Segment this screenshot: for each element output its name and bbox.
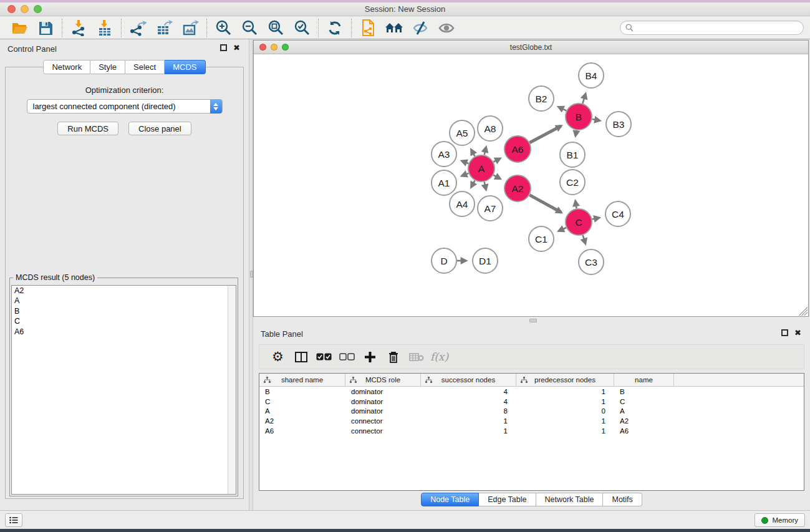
- table-tab-motifs[interactable]: Motifs: [603, 493, 642, 506]
- node-table[interactable]: shared nameMCDS rolesuccessor nodesprede…: [259, 373, 804, 491]
- splitter-handle[interactable]: [529, 319, 537, 322]
- graph-edge-B-B2[interactable]: [559, 107, 566, 110]
- mcds-result-item[interactable]: A: [12, 296, 236, 306]
- graph-node-C3[interactable]: C3: [579, 249, 604, 274]
- graph-edge-B-B4[interactable]: [582, 94, 586, 104]
- graph-edge-A-A8[interactable]: [485, 147, 486, 155]
- column-header-shared-name[interactable]: shared name: [259, 374, 345, 386]
- graph-node-A2[interactable]: A2: [504, 175, 531, 201]
- graph-node-A6[interactable]: A6: [504, 136, 531, 162]
- table-cell[interactable]: B: [614, 388, 674, 395]
- table-cell[interactable]: C: [614, 398, 674, 405]
- mcds-result-list[interactable]: A2ABCA6: [11, 285, 236, 495]
- table-cell[interactable]: connector: [345, 417, 421, 425]
- list-scrollbar[interactable]: [228, 286, 236, 494]
- save-session-button[interactable]: [32, 18, 59, 38]
- table-cell[interactable]: 1: [516, 398, 614, 405]
- table-cell[interactable]: A6: [614, 427, 674, 435]
- horizontal-splitter[interactable]: [253, 317, 810, 324]
- graph-edge-A-A2[interactable]: [493, 175, 500, 179]
- graph-edge-C-C3[interactable]: [583, 235, 586, 243]
- graph-node-B4[interactable]: B4: [579, 63, 604, 88]
- new-network-from-file-button[interactable]: [355, 18, 381, 38]
- function-builder-button[interactable]: f(x): [428, 347, 451, 366]
- tab-mcds[interactable]: MCDS: [165, 60, 205, 74]
- graph-edge-A2-C[interactable]: [529, 195, 561, 213]
- graph-node-C2[interactable]: C2: [560, 170, 585, 195]
- delete-table-button[interactable]: [405, 347, 428, 366]
- table-cell[interactable]: A: [259, 407, 345, 415]
- column-header-successor-nodes[interactable]: successor nodes: [421, 374, 516, 386]
- table-cell[interactable]: A2: [614, 417, 674, 425]
- graph-node-A8[interactable]: A8: [478, 116, 503, 141]
- graph-node-A[interactable]: A: [468, 155, 494, 181]
- graph-node-C[interactable]: C: [566, 209, 592, 235]
- table-cell[interactable]: A: [614, 407, 674, 415]
- close-network-button[interactable]: [259, 44, 266, 51]
- tab-network[interactable]: Network: [43, 60, 90, 74]
- table-cell[interactable]: connector: [345, 427, 421, 435]
- task-history-button[interactable]: [5, 513, 22, 527]
- graph-edge-C-C2[interactable]: [576, 201, 577, 209]
- export-image-button[interactable]: [177, 18, 203, 38]
- refresh-button[interactable]: [322, 18, 348, 38]
- graph-node-A5[interactable]: A5: [450, 120, 475, 145]
- column-header-name[interactable]: name: [614, 374, 674, 386]
- table-cell[interactable]: 4: [421, 398, 516, 405]
- close-panel-button[interactable]: ✖: [233, 44, 240, 51]
- graph-edge-A-A5[interactable]: [471, 150, 475, 156]
- criterion-select[interactable]: largest connected component (directed): [27, 99, 223, 114]
- mcds-result-item[interactable]: B: [12, 306, 236, 316]
- import-network-button[interactable]: [65, 18, 92, 38]
- mcds-result-item[interactable]: C: [12, 316, 236, 326]
- close-window-button[interactable]: [7, 5, 16, 13]
- export-network-button[interactable]: [125, 18, 151, 38]
- memory-button[interactable]: Memory: [755, 513, 805, 527]
- graph-edge-A-A7[interactable]: [485, 181, 486, 189]
- table-cell[interactable]: 4: [421, 388, 516, 395]
- graph-edge-B-B3[interactable]: [592, 119, 600, 120]
- graph-edge-A-A4[interactable]: [471, 180, 475, 186]
- zoom-network-button[interactable]: [282, 44, 289, 51]
- table-options-button[interactable]: ⚙: [266, 347, 289, 366]
- graph-node-B1[interactable]: B1: [560, 142, 585, 167]
- graph-node-A1[interactable]: A1: [432, 170, 456, 195]
- table-cell[interactable]: 8: [421, 407, 516, 415]
- table-cell[interactable]: C: [259, 398, 345, 405]
- table-row[interactable]: Adominator80A: [259, 407, 804, 417]
- graph-node-D[interactable]: D: [432, 248, 456, 273]
- resize-grip-icon[interactable]: [799, 307, 808, 316]
- graph-edge-A-A1[interactable]: [462, 173, 469, 176]
- hide-panels-button[interactable]: [407, 18, 433, 38]
- graph-node-A3[interactable]: A3: [432, 142, 456, 167]
- table-cell[interactable]: 1: [421, 417, 516, 425]
- select-all-columns-button[interactable]: [312, 347, 335, 366]
- column-header-MCDS-role[interactable]: MCDS role: [345, 374, 421, 386]
- table-cell[interactable]: 1: [421, 427, 516, 435]
- minimize-window-button[interactable]: [21, 5, 29, 13]
- graph-edge-B-B1[interactable]: [576, 130, 576, 136]
- open-session-button[interactable]: [6, 18, 32, 38]
- delete-column-button[interactable]: [382, 347, 405, 366]
- search-input[interactable]: [620, 21, 804, 35]
- zoom-in-button[interactable]: [210, 18, 236, 38]
- table-cell[interactable]: 1: [516, 427, 614, 435]
- minimize-network-button[interactable]: [271, 44, 277, 51]
- table-cell[interactable]: dominator: [345, 388, 421, 395]
- zoom-fit-button[interactable]: [263, 18, 289, 38]
- zoom-selected-button[interactable]: [289, 18, 315, 38]
- graph-edge-A-A6[interactable]: [493, 158, 499, 162]
- home-button[interactable]: [381, 18, 407, 38]
- vertical-splitter[interactable]: [249, 39, 253, 510]
- mcds-result-item[interactable]: A6: [12, 327, 236, 337]
- zoom-window-button[interactable]: [34, 5, 42, 13]
- graph-node-D1[interactable]: D1: [473, 248, 498, 273]
- deselect-all-columns-button[interactable]: [335, 347, 359, 366]
- graph-node-B2[interactable]: B2: [529, 86, 554, 111]
- table-cell[interactable]: 0: [516, 407, 614, 415]
- zoom-out-button[interactable]: [236, 18, 263, 38]
- table-row[interactable]: A2connector11A2: [259, 416, 804, 426]
- graph-node-B[interactable]: B: [566, 104, 592, 130]
- table-cell[interactable]: 1: [516, 388, 614, 395]
- float-panel-button[interactable]: [220, 44, 227, 51]
